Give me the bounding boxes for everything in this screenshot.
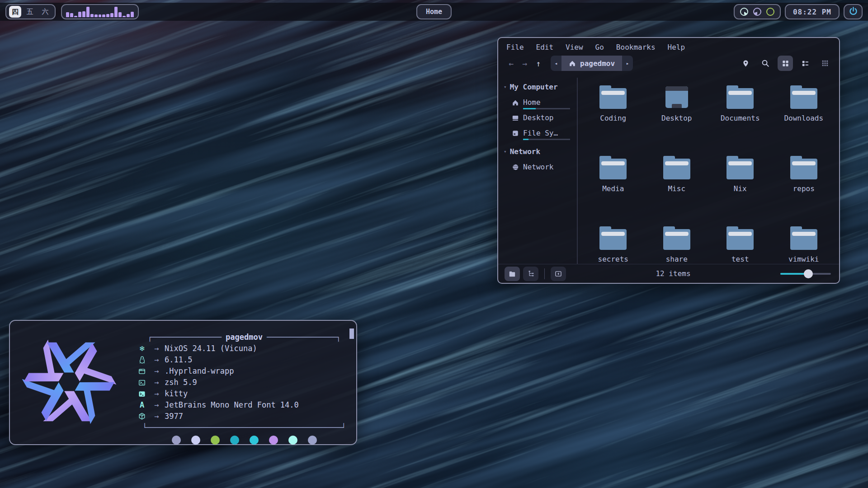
folder-item[interactable]: Nix	[708, 155, 772, 226]
folder-label: Downloads	[784, 114, 823, 122]
chevron-down-icon[interactable]: ▾	[504, 84, 507, 90]
folder-item[interactable]: repos	[772, 155, 836, 226]
fetch-value: 3977	[165, 411, 183, 422]
terminal-window[interactable]: ┌───────────────pagedmov───────────────┐…	[9, 320, 357, 445]
workspace-switcher[interactable]: 四 五 六	[5, 4, 56, 19]
up-button[interactable]: ↑	[532, 59, 545, 68]
menu-view[interactable]: View	[566, 43, 583, 52]
sidebar-item-network[interactable]: Network	[512, 163, 571, 174]
fetch-value: .Hyprland-wrapp	[165, 366, 234, 377]
folder-icon	[599, 155, 627, 180]
sidebar-toggle-icon	[555, 270, 562, 277]
breadcrumb-next-button[interactable]: ▸	[622, 56, 633, 71]
sidebar-section-label: Network	[510, 147, 540, 156]
fetch-row-os: ❄ → NixOS 24.11 (Vicuna)	[136, 343, 353, 354]
icon-view-toggle[interactable]	[505, 267, 520, 281]
terminal-cursor	[349, 328, 354, 339]
menu-go[interactable]: Go	[595, 43, 604, 52]
folder-label: Coding	[600, 114, 626, 122]
forward-button[interactable]: →	[518, 59, 532, 68]
breadcrumb: ◂ pagedmov ▸	[551, 56, 633, 71]
slider-thumb[interactable]	[804, 269, 813, 278]
breadcrumb-path: pagedmov	[580, 59, 615, 68]
breadcrumb-prev-button[interactable]: ◂	[551, 56, 561, 71]
folder-item[interactable]: vimwiki	[772, 226, 836, 296]
visualizer-bars	[66, 6, 134, 17]
sidebar-item-filesystem[interactable]: File Sy…	[512, 129, 571, 140]
folder-icon	[789, 155, 818, 180]
folder-item[interactable]: share	[645, 226, 709, 296]
fetch-value: zsh 5.9	[165, 377, 197, 388]
sidebar-section-label: My Computer	[510, 83, 558, 91]
back-button[interactable]: ←	[505, 59, 518, 68]
sidebar-section-my-computer[interactable]: ▾ My Computer	[504, 80, 576, 94]
globe-icon	[512, 164, 519, 171]
location-pin-button[interactable]	[738, 56, 753, 71]
fetch-row-shell: → zsh 5.9	[136, 377, 353, 388]
folder-icon	[599, 85, 627, 109]
arrow-icon: →	[148, 411, 165, 422]
view-compact-button[interactable]	[817, 56, 833, 71]
fm-sidebar: ▾ My Computer Home Desktop File Sy… ▾ Ne…	[498, 75, 576, 264]
menu-file[interactable]: File	[506, 43, 524, 52]
view-list-button[interactable]	[797, 56, 813, 71]
tree-icon	[528, 270, 534, 277]
folder-icon	[726, 85, 755, 109]
folder-label: Misc	[668, 184, 685, 193]
fm-statusbar: 12 items	[498, 264, 839, 283]
workspace-pill[interactable]: 六	[38, 6, 52, 18]
folder-icon	[726, 226, 755, 250]
folder-icon	[789, 85, 818, 109]
compact-view-icon	[821, 60, 829, 67]
power-button[interactable]	[844, 4, 863, 19]
folder-label: Media	[602, 184, 624, 193]
disk-usage-bar	[523, 108, 570, 109]
menu-bookmarks[interactable]: Bookmarks	[616, 43, 656, 52]
chevron-down-icon[interactable]: ▾	[504, 149, 507, 155]
folder-label: secrets	[598, 255, 628, 263]
zoom-slider[interactable]	[780, 269, 831, 278]
grid-view-icon	[782, 60, 789, 67]
sidebar-item-label: Home	[523, 98, 541, 107]
fm-tool-icons	[738, 56, 833, 71]
search-icon	[761, 59, 769, 67]
folder-grid: Coding Desktop Documents Downloads Media…	[578, 75, 839, 264]
folder-item[interactable]: secrets	[581, 226, 645, 296]
item-count: 12 items	[569, 269, 777, 278]
fetch-row-font: A → JetBrains Mono Nerd Font 14.0	[136, 399, 353, 411]
folder-item[interactable]: Coding	[581, 85, 645, 155]
folder-label: Documents	[721, 114, 760, 122]
sidebar-item-home[interactable]: Home	[512, 98, 571, 109]
memory-gauge-icon	[753, 8, 761, 16]
shell-icon	[136, 377, 148, 388]
nix-snowflake-icon: ❄	[136, 343, 148, 354]
fm-body: ▾ My Computer Home Desktop File Sy… ▾ Ne…	[498, 75, 839, 264]
top-bar: 四 五 六 Home 08:22 PM	[0, 3, 868, 21]
folder-item[interactable]: Misc	[645, 155, 709, 226]
window-icon	[136, 366, 148, 377]
folder-item[interactable]: test	[708, 226, 772, 296]
tree-view-toggle[interactable]	[523, 267, 538, 281]
workspace-pill[interactable]: 五	[23, 6, 37, 18]
fetch-row-terminal: → kitty	[136, 388, 353, 399]
folder-icon	[599, 226, 627, 250]
menu-help[interactable]: Help	[668, 43, 685, 52]
menu-edit[interactable]: Edit	[536, 43, 554, 52]
cpu-gauge-icon	[740, 8, 748, 16]
breadcrumb-current[interactable]: pagedmov	[561, 56, 622, 71]
system-gauges[interactable]	[734, 4, 781, 19]
folder-item[interactable]: Downloads	[772, 85, 836, 155]
search-button[interactable]	[758, 56, 773, 71]
sidebar-item-desktop[interactable]: Desktop	[512, 113, 571, 125]
bar-right-modules: 08:22 PM	[734, 4, 863, 19]
folder-item[interactable]: Desktop	[645, 85, 709, 155]
folder-icon	[789, 226, 818, 250]
file-manager-window: File Edit View Go Bookmarks Help ← → ↑ ◂…	[497, 37, 840, 284]
folder-item[interactable]: Documents	[708, 85, 772, 155]
view-grid-button[interactable]	[778, 56, 793, 71]
sidebar-section-network[interactable]: ▾ Network	[504, 144, 576, 159]
sidebar-toggle-button[interactable]	[551, 267, 566, 281]
workspace-pill-active[interactable]: 四	[9, 6, 21, 18]
folder-item[interactable]: Media	[581, 155, 645, 226]
clock[interactable]: 08:22 PM	[785, 4, 840, 19]
